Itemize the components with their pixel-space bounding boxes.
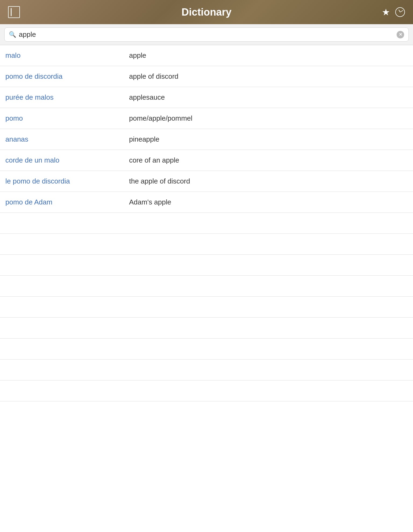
empty-row [0,255,413,276]
empty-row [0,318,413,339]
result-target-translation: applesauce [129,93,165,102]
search-container: 🔍 ✕ [0,24,413,45]
clear-search-button[interactable]: ✕ [397,31,404,38]
result-source-word: ananas [5,135,129,143]
empty-row [0,380,413,401]
list-item[interactable]: ananaspineapple [0,129,413,150]
result-source-word: purée de malos [5,93,129,102]
favorites-star-icon[interactable]: ★ [382,8,390,17]
search-bar: 🔍 ✕ [4,27,409,42]
result-target-translation: Adam's apple [129,198,171,206]
list-item[interactable]: purée de malosapplesauce [0,87,413,108]
clock-minute-hand [400,10,403,12]
result-source-word: pomo de Adam [5,198,129,206]
result-source-word: pomo de discordia [5,72,129,81]
empty-row [0,213,413,234]
notebook-icon[interactable] [8,6,20,18]
page-title: Dictionary [181,6,232,18]
list-item[interactable]: pomo de AdamAdam's apple [0,192,413,213]
empty-rows-container [0,213,413,401]
list-item[interactable]: pomopome/apple/pommel [0,108,413,129]
app-header: Dictionary ★ [0,0,413,24]
empty-row [0,339,413,360]
result-target-translation: apple of discord [129,72,179,81]
result-source-word: le pomo de discordia [5,177,129,185]
result-source-word: pomo [5,114,129,123]
result-source-word: corde de un malo [5,156,129,164]
result-target-translation: apple [129,51,146,60]
header-actions: ★ [382,7,405,17]
list-item[interactable]: corde de un malocore of an apple [0,150,413,171]
empty-row [0,360,413,380]
empty-row [0,276,413,297]
result-target-translation: core of an apple [129,156,179,164]
header-left [8,6,20,18]
result-source-word: malo [5,51,129,60]
result-target-translation: pineapple [129,135,159,143]
list-item[interactable]: pomo de discordiaapple of discord [0,66,413,87]
result-target-translation: the apple of discord [129,177,190,185]
result-target-translation: pome/apple/pommel [129,114,193,123]
search-icon: 🔍 [9,31,16,38]
history-clock-icon[interactable] [395,7,405,17]
list-item[interactable]: le pomo de discordiathe apple of discord [0,171,413,192]
search-input[interactable] [19,30,394,39]
empty-row [0,234,413,255]
results-list: maloapplepomo de discordiaapple of disco… [0,45,413,213]
empty-row [0,297,413,318]
list-item[interactable]: maloapple [0,45,413,66]
